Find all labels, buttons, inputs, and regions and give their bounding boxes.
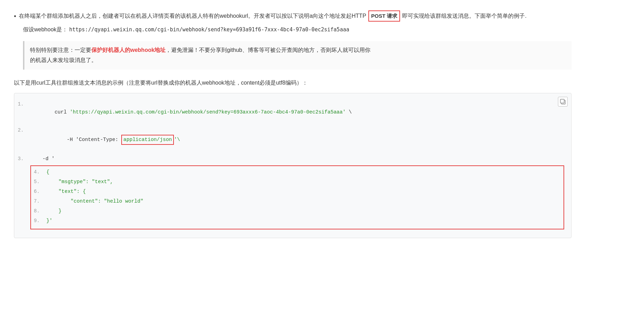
webhook-url: https://qyapi.weixin.qq.com/cgi-bin/webh… — [69, 26, 350, 33]
warning-block: 特别特别要注意：一定要保护好机器人的webhook地址，避免泄漏！不要分享到gi… — [23, 41, 572, 70]
warning-prefix: 特别特别要注意：一定要 — [30, 47, 91, 53]
line-content-9: }' — [46, 217, 561, 225]
copy-button[interactable] — [558, 97, 568, 107]
header-end: '\ — [174, 137, 180, 142]
curl-url: 'https://qyapi.weixin.qq.com/cgi-bin/web… — [70, 109, 346, 115]
line-num-5: 5. — [34, 178, 46, 186]
code-block: 1. curl 'https://qyapi.weixin.qq.com/cgi… — [14, 93, 572, 238]
main-content: • 在终端某个群组添加机器人之后，创建者可以在机器人详情页看的该机器人特有的we… — [14, 10, 572, 238]
post-badge: POST 请求 — [368, 10, 400, 22]
bullet-item-1: • 在终端某个群组添加机器人之后，创建者可以在机器人详情页看的该机器人特有的we… — [14, 10, 572, 22]
section-intro: 以下是用curl工具往群组推送文本消息的示例（注意要将url替换成你的机器人we… — [14, 78, 572, 87]
curl-backslash: \ — [346, 109, 352, 115]
line-content-8: } — [46, 207, 561, 215]
line-num-3: 3. — [18, 155, 30, 163]
line-content-4: { — [46, 168, 561, 176]
webhook-line: 假设webhook是： https://qyapi.weixin.qq.com/… — [23, 25, 572, 34]
line-num-7: 7. — [34, 197, 46, 205]
intro-text-part1: 在终端某个群组添加机器人之后，创建者可以在机器人详情页看的该机器人特有的webh… — [19, 13, 366, 19]
bullet-text: 在终端某个群组添加机器人之后，创建者可以在机器人详情页看的该机器人特有的webh… — [19, 10, 527, 22]
line-num-8: 8. — [34, 207, 46, 215]
line-content-3: -d ' — [30, 155, 564, 163]
intro-label: 以下是用curl工具往群组推送文本消息的示例（注意要将url替换成你的机器人we… — [14, 80, 308, 86]
code-line-3: 3. -d ' — [18, 155, 564, 163]
line-content-7: "content": "hello world" — [46, 197, 561, 205]
curl-keyword: curl — [55, 109, 70, 115]
warning-suffix2: 的机器人来发垃圾消息了。 — [30, 57, 97, 63]
line-content-5: "msgtype": "text", — [46, 178, 561, 186]
code-line-5: 5. "msgtype": "text", — [34, 178, 561, 186]
content-type-boxed: application/json — [121, 135, 174, 145]
code-line-2: 2. -H 'Content-Type: application/json'\ — [18, 126, 564, 153]
header-flag: -H 'Content-Type: — [55, 137, 121, 142]
line-content-2: -H 'Content-Type: application/json'\ — [30, 126, 564, 153]
line-content-1: curl 'https://qyapi.weixin.qq.com/cgi-bi… — [30, 100, 564, 125]
line-num-2: 2. — [18, 126, 30, 134]
warning-highlight: 保护好机器人的webhook地址 — [91, 47, 166, 53]
code-line-7: 7. "content": "hello world" — [34, 197, 561, 206]
code-line-9: 9. }' — [34, 217, 561, 225]
bullet-dot: • — [14, 11, 16, 22]
code-line-6: 6. "text": { — [34, 188, 561, 196]
line-num-4: 4. — [34, 168, 46, 176]
line-num-9: 9. — [34, 217, 46, 225]
code-line-1: 1. curl 'https://qyapi.weixin.qq.com/cgi… — [18, 100, 564, 125]
code-line-4: 4. { — [34, 168, 561, 177]
intro-text-part2: 即可实现给该群组发送消息。下面举个简单的例子. — [402, 13, 526, 19]
warning-suffix1: ，避免泄漏！不要分享到github、博客等可被公开查阅的地方，否则坏人就可以用你 — [166, 47, 370, 53]
bullet-section: • 在终端某个群组添加机器人之后，创建者可以在机器人详情页看的该机器人特有的we… — [14, 10, 572, 34]
line-num-1: 1. — [18, 100, 30, 108]
webhook-label: 假设webhook是： — [23, 26, 68, 32]
code-line-8: 8. } — [34, 207, 561, 216]
svg-rect-1 — [560, 99, 564, 103]
json-block: 4. { 5. "msgtype": "text", 6. "text": { … — [30, 165, 564, 229]
line-num-6: 6. — [34, 188, 46, 195]
line-content-6: "text": { — [46, 188, 561, 196]
